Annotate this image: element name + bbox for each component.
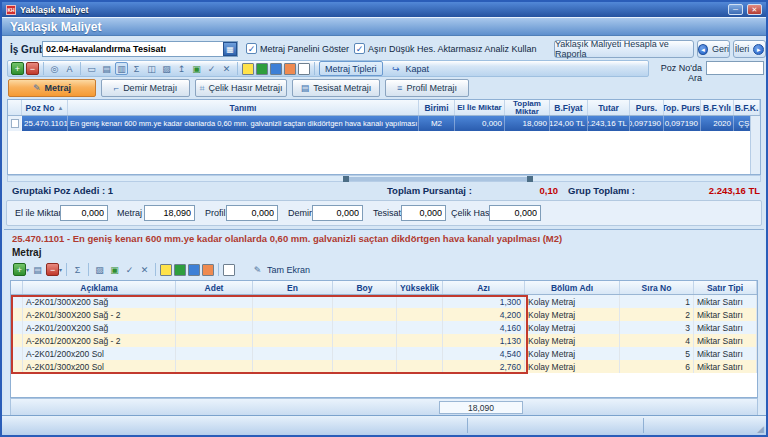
apply-icon[interactable]: ✓ — [205, 62, 218, 75]
clear-icon[interactable]: ▨ — [160, 62, 173, 75]
copy-icon[interactable]: ▤ — [31, 263, 44, 276]
col-tutar[interactable]: Tutar — [588, 100, 630, 115]
col-tanimi[interactable]: Tanımı — [68, 100, 419, 115]
table-icon[interactable]: ◫ — [145, 62, 158, 75]
metraj-row[interactable]: A-2K01/200x200 Sol 4,540 Kolay Metraj 5 … — [11, 347, 757, 360]
add-metraj-icon[interactable]: + — [13, 263, 26, 276]
color-blue-button[interactable] — [270, 63, 282, 75]
col-satir-tipi[interactable]: Satır Tipi — [694, 281, 757, 294]
metraj-row[interactable]: A-2K01/300x200 Sol 2,760 Kolay Metraj 6 … — [11, 360, 757, 373]
asiri-dusuk-checkbox[interactable]: ✓ Aşırı Düşük Hes. Aktarmasız Analiz Kul… — [354, 43, 537, 54]
checkbox-checked-icon: ✓ — [246, 43, 257, 54]
delete-metraj-icon[interactable]: − — [46, 263, 59, 276]
color-orange-button[interactable] — [284, 63, 296, 75]
font-icon[interactable]: A — [63, 62, 76, 75]
page-icon[interactable]: ▤ — [100, 62, 113, 75]
celik-hasir-total-field[interactable] — [489, 205, 541, 221]
col-top-purs[interactable]: Top. Purs. — [664, 100, 701, 115]
metraj-row[interactable]: A-2K01/200X200 Sağ - 2 1,130 Kolay Metra… — [11, 334, 757, 347]
sum-icon[interactable]: Σ — [130, 62, 143, 75]
tesisat-total-field[interactable] — [401, 205, 446, 221]
print-icon[interactable]: ▨ — [93, 263, 106, 276]
metraj-total-field[interactable] — [144, 205, 195, 221]
cell-en — [253, 360, 333, 373]
geri-button[interactable]: ◄ Geri — [697, 40, 730, 58]
minimize-button[interactable]: ─ — [728, 4, 743, 15]
col-toplam-miktar[interactable]: Toplam Miktar — [505, 100, 550, 115]
metraj-row[interactable]: A-2K01/300X200 Sağ 1,300 Kolay Metraj 1 … — [11, 295, 757, 308]
cell-bolum-adi: Kolay Metraj — [525, 295, 620, 308]
tab-demir-metraji[interactable]: ⌐ Demir Metrajı — [101, 79, 190, 97]
col-bolum-adi[interactable]: Bölüm Adı — [525, 281, 620, 294]
tab-celik-hasir-metraji[interactable]: ⌗ Çelik Hasır Metrajı — [195, 79, 287, 97]
color-white-button[interactable] — [298, 63, 310, 75]
col-aciklama[interactable]: Açıklama — [23, 281, 176, 294]
col-birimi[interactable]: Birimi — [419, 100, 455, 115]
col-en[interactable]: En — [253, 281, 333, 294]
cell-azi: 4,200 — [443, 308, 525, 321]
cancel-icon[interactable]: ✕ — [138, 263, 151, 276]
col-sira-no[interactable]: Sıra No — [620, 281, 694, 294]
ileri-button[interactable]: İleri ► — [733, 40, 766, 58]
col-purs[interactable]: Purs. — [630, 100, 664, 115]
cancel-icon[interactable]: ✕ — [220, 62, 233, 75]
metraj-panel-checkbox[interactable]: ✓ Metraj Panelini Göster — [246, 43, 349, 54]
is-grubu-dropdown-button[interactable]: ▦ — [223, 42, 237, 56]
cell-satir-tipi: Miktar Satırı — [694, 295, 757, 308]
col-poz-no[interactable]: Poz No ▲ — [22, 100, 68, 115]
is-grubu-combo[interactable]: 02.04-Havalandırma Tesisatı ▦ — [42, 41, 238, 57]
metraj-row[interactable]: A-2K01/300X200 Sağ - 2 4,200 Kolay Metra… — [11, 308, 757, 321]
color-blue-button[interactable] — [188, 264, 200, 276]
kapat-button[interactable]: ↪ Kapat — [385, 61, 435, 76]
color-white-button[interactable] — [223, 264, 235, 276]
excel-icon[interactable]: ▣ — [108, 263, 121, 276]
tab-profil-metraji[interactable]: ≡ Profil Metrajı — [385, 79, 469, 97]
metraj-tipleri-button[interactable]: Metraj Tipleri — [319, 61, 383, 76]
col-bf-yili[interactable]: B.F.Yılı — [701, 100, 734, 115]
col-azi[interactable]: Azı — [443, 281, 525, 294]
tab-metraj[interactable]: ✎ Metraj — [8, 79, 96, 97]
color-green-button[interactable] — [256, 63, 268, 75]
col-adet[interactable]: Adet — [176, 281, 253, 294]
delete-row-icon[interactable]: − — [26, 62, 39, 75]
col-yukseklik[interactable]: Yükseklik — [397, 281, 443, 294]
tam-ekran-toggle[interactable]: ✎ Tam Ekran — [251, 263, 310, 276]
close-button[interactable]: ✕ — [747, 4, 762, 15]
cell-adet — [176, 308, 253, 321]
poz-row-selected[interactable]: 25.470.1101 En geniş kenarı 600 mm.ye ka… — [8, 116, 760, 131]
add-row-icon[interactable]: + — [11, 62, 24, 75]
profil-total-field[interactable] — [226, 205, 278, 221]
vertical-scrollbar[interactable] — [750, 116, 760, 174]
pursantaj-label: Toplam Pursantaj : — [387, 185, 472, 196]
horizontal-scrollbar[interactable] — [7, 175, 761, 182]
hesapla-raporla-button[interactable]: Yaklaşık Maliyeti Hesapla ve Raporla — [554, 40, 694, 58]
col-boy[interactable]: Boy — [333, 281, 397, 294]
azi-total-field[interactable] — [439, 401, 523, 414]
frame-icon[interactable]: ▭ — [85, 62, 98, 75]
poz-search-input[interactable] — [706, 61, 764, 75]
sum-icon[interactable]: Σ — [71, 263, 84, 276]
notes-icon[interactable]: ▥ — [115, 62, 128, 75]
color-orange-button[interactable] — [202, 264, 214, 276]
exit-icon: ↪ — [390, 62, 403, 75]
cell-azi: 4,160 — [443, 321, 525, 334]
color-yellow-button[interactable] — [160, 264, 172, 276]
scrollbar-thumb[interactable] — [343, 177, 533, 181]
cell-top-purs: 0,097190 — [664, 116, 701, 131]
el-ile-miktar-field[interactable] — [60, 205, 108, 221]
color-green-button[interactable] — [174, 264, 186, 276]
metraj-row[interactable]: A-2K01/200X200 Sağ 4,160 Kolay Metraj 3 … — [11, 321, 757, 334]
zoom-icon[interactable]: ◎ — [48, 62, 61, 75]
col-el-ile-miktar[interactable]: El İle Miktar — [455, 100, 505, 115]
apply-icon[interactable]: ✓ — [123, 263, 136, 276]
cell-adet — [176, 360, 253, 373]
col-b-fiyat[interactable]: B.Fiyat — [550, 100, 588, 115]
col-bfk[interactable]: B.F.K. — [734, 100, 760, 115]
tab-tesisat-label: Tesisat Metrajı — [313, 83, 371, 93]
resize-grip-icon[interactable]: ◢ — [757, 424, 764, 434]
export-icon[interactable]: ↥ — [175, 62, 188, 75]
demir-total-field[interactable] — [312, 205, 363, 221]
tab-tesisat-metraji[interactable]: ▤ Tesisat Metrajı — [292, 79, 380, 97]
color-yellow-button[interactable] — [242, 63, 254, 75]
excel-icon[interactable]: ▣ — [190, 62, 203, 75]
